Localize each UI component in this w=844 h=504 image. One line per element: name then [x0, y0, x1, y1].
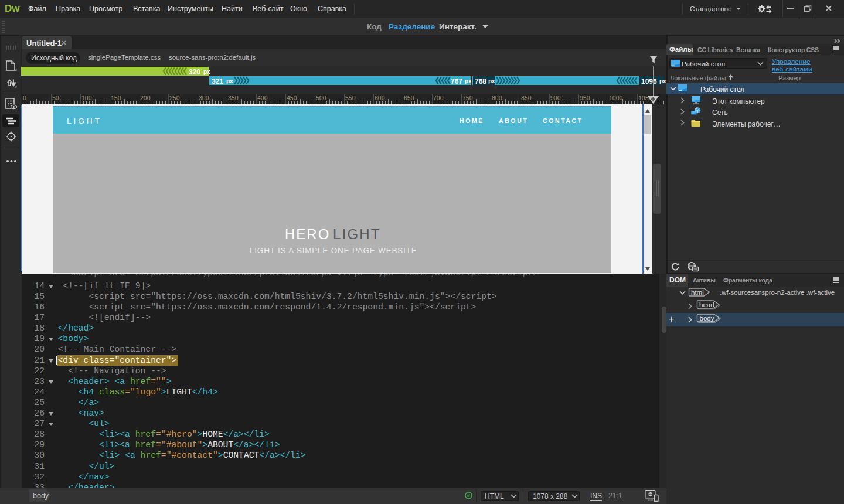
- svg-text:head: head: [699, 301, 714, 308]
- svg-text:body: body: [700, 315, 714, 322]
- svg-text:html: html: [691, 289, 704, 296]
